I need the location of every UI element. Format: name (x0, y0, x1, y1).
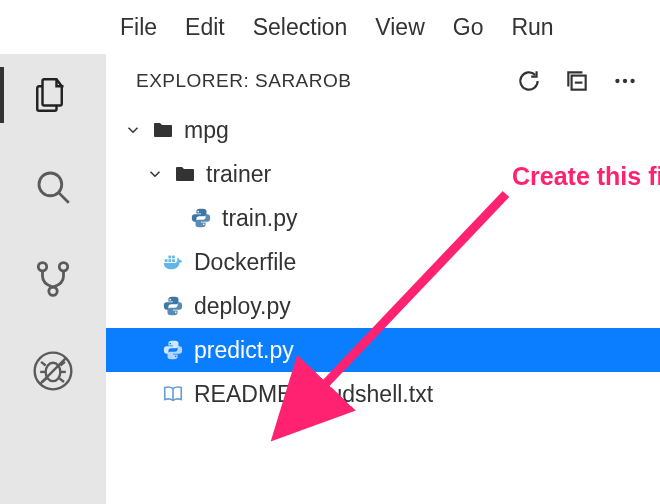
explorer-title: EXPLORER: SARAROB (136, 70, 506, 92)
folder-icon (172, 161, 198, 187)
svg-point-18 (630, 79, 634, 83)
svg-rect-23 (172, 256, 175, 259)
explorer-title-prefix: EXPLORER: (136, 70, 255, 91)
menu-view[interactable]: View (375, 14, 424, 41)
book-icon (160, 381, 186, 407)
svg-point-16 (615, 79, 619, 83)
file-tree: mpg trainer train.py (106, 108, 660, 416)
tree-file-train-py[interactable]: train.py (106, 196, 660, 240)
no-bug-icon (31, 349, 75, 393)
python-icon (188, 205, 214, 231)
activity-explorer[interactable] (28, 70, 78, 120)
menu-selection[interactable]: Selection (253, 14, 348, 41)
svg-line-12 (42, 378, 47, 382)
menu-file[interactable]: File (120, 14, 157, 41)
activity-search[interactable] (28, 162, 78, 212)
python-icon (160, 293, 186, 319)
files-icon (32, 74, 74, 116)
svg-line-1 (59, 193, 69, 203)
tree-file-predict-py[interactable]: predict.py (106, 328, 660, 372)
svg-rect-21 (172, 259, 175, 262)
svg-point-0 (39, 173, 62, 196)
tree-label: train.py (222, 205, 297, 232)
tree-file-dockerfile[interactable]: Dockerfile (106, 240, 660, 284)
collapse-all-icon (564, 68, 590, 94)
svg-point-17 (623, 79, 627, 83)
svg-rect-19 (165, 259, 168, 262)
chevron-down-icon (146, 165, 164, 183)
tree-file-readme[interactable]: README-cloudshell.txt (106, 372, 660, 416)
chevron-down-icon (124, 121, 142, 139)
svg-point-2 (38, 263, 46, 271)
search-icon (32, 166, 74, 208)
main-container: EXPLORER: SARAROB (0, 54, 660, 504)
svg-point-4 (49, 287, 57, 295)
activity-bar (0, 54, 106, 504)
tree-folder-trainer[interactable]: trainer (106, 152, 660, 196)
tree-label: deploy.py (194, 293, 291, 320)
explorer-workspace-name: SARAROB (255, 70, 351, 91)
menu-go[interactable]: Go (453, 14, 484, 41)
activity-source-control[interactable] (28, 254, 78, 304)
svg-line-8 (41, 362, 46, 366)
collapse-all-button[interactable] (564, 68, 590, 94)
refresh-button[interactable] (516, 68, 542, 94)
menubar: File Edit Selection View Go Run (0, 0, 660, 54)
tree-label: trainer (206, 161, 271, 188)
tree-label: mpg (184, 117, 229, 144)
tree-label: Dockerfile (194, 249, 296, 276)
tree-folder-mpg[interactable]: mpg (106, 108, 660, 152)
folder-icon (150, 117, 176, 143)
branch-icon (32, 258, 74, 300)
explorer-sidebar: EXPLORER: SARAROB (106, 54, 660, 504)
python-icon (160, 337, 186, 363)
ellipsis-icon (612, 68, 638, 94)
docker-icon (160, 249, 186, 275)
svg-rect-22 (168, 256, 171, 259)
activity-debug-disabled[interactable] (28, 346, 78, 396)
tree-file-deploy-py[interactable]: deploy.py (106, 284, 660, 328)
tree-label: README-cloudshell.txt (194, 381, 433, 408)
svg-rect-20 (168, 259, 171, 262)
more-actions-button[interactable] (612, 68, 638, 94)
menu-run[interactable]: Run (511, 14, 553, 41)
explorer-header: EXPLORER: SARAROB (106, 54, 660, 108)
menu-edit[interactable]: Edit (185, 14, 225, 41)
svg-line-13 (59, 378, 64, 382)
refresh-icon (516, 68, 542, 94)
explorer-actions (516, 68, 644, 94)
svg-point-3 (59, 263, 67, 271)
tree-label: predict.py (194, 337, 294, 364)
